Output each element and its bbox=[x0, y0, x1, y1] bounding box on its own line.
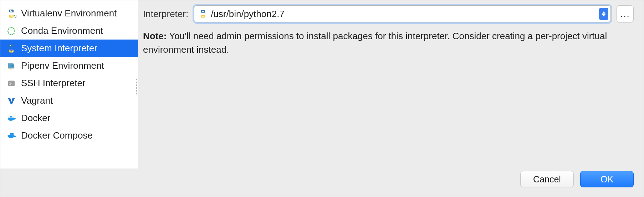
conda-icon bbox=[6, 26, 17, 36]
main-panel: Interpreter: /usr/bin/python2.7 ... Note… bbox=[138, 0, 644, 197]
sidebar-item-label: Docker bbox=[21, 113, 50, 124]
python-icon bbox=[198, 9, 208, 19]
interpreter-note: Note: You'll need admin permissions to i… bbox=[143, 30, 634, 56]
sidebar-item-virtualenv[interactable]: V Virtualenv Environment bbox=[0, 5, 138, 22]
note-body: You'll need admin permissions to install… bbox=[143, 31, 607, 55]
svg-point-5 bbox=[12, 51, 13, 52]
sidebar-item-label: System Interpreter bbox=[21, 43, 97, 54]
svg-point-3 bbox=[8, 27, 15, 35]
browse-interpreter-button[interactable]: ... bbox=[617, 5, 634, 22]
svg-rect-15 bbox=[12, 133, 14, 135]
svg-text:V: V bbox=[14, 15, 16, 19]
sidebar-item-label: Virtualenv Environment bbox=[21, 8, 117, 19]
python-icon bbox=[6, 43, 17, 54]
ok-button[interactable]: OK bbox=[580, 171, 634, 187]
interpreter-combo[interactable]: /usr/bin/python2.7 bbox=[194, 5, 611, 22]
svg-point-1 bbox=[12, 16, 13, 17]
vagrant-icon bbox=[6, 95, 17, 106]
sidebar-item-label: Vagrant bbox=[21, 95, 53, 106]
svg-point-4 bbox=[10, 45, 11, 46]
cancel-button[interactable]: Cancel bbox=[520, 171, 574, 187]
sidebar-item-label: Docker Compose bbox=[21, 130, 93, 141]
sidebar-item-label: Pipenv Environment bbox=[21, 60, 104, 71]
docker-compose-icon bbox=[6, 130, 17, 141]
docker-icon bbox=[6, 113, 17, 124]
sidebar-item-vagrant[interactable]: Vagrant bbox=[0, 92, 138, 109]
sidebar-item-label: Conda Environment bbox=[21, 25, 103, 36]
interpreter-field-label: Interpreter: bbox=[143, 9, 188, 20]
svg-point-17 bbox=[204, 16, 204, 17]
sidebar-item-ssh[interactable]: SSH Interpreter bbox=[0, 74, 138, 92]
pipenv-icon bbox=[6, 61, 17, 71]
sidebar-item-docker-compose[interactable]: Docker Compose bbox=[0, 127, 138, 144]
sidebar-item-label: SSH Interpreter bbox=[21, 78, 86, 89]
sidebar-item-docker[interactable]: Docker bbox=[0, 109, 138, 127]
sidebar-item-conda[interactable]: Conda Environment bbox=[0, 22, 138, 40]
interpreter-type-sidebar: V Virtualenv Environment Conda Environme… bbox=[0, 0, 138, 169]
combo-updown-icon[interactable] bbox=[599, 8, 608, 20]
svg-point-0 bbox=[10, 10, 11, 11]
python-v-icon: V bbox=[6, 8, 17, 19]
sidebar-item-pipenv[interactable]: Pipenv Environment bbox=[0, 57, 138, 74]
splitter-grip[interactable] bbox=[136, 79, 138, 94]
svg-rect-6 bbox=[8, 81, 15, 86]
interpreter-selected-path: /usr/bin/python2.7 bbox=[211, 9, 599, 20]
sidebar-item-system-interpreter[interactable]: System Interpreter bbox=[0, 40, 138, 57]
svg-point-16 bbox=[202, 11, 203, 11]
ssh-icon bbox=[6, 78, 17, 89]
svg-rect-9 bbox=[10, 116, 12, 117]
note-prefix: Note: bbox=[143, 31, 167, 41]
svg-rect-13 bbox=[10, 133, 12, 135]
